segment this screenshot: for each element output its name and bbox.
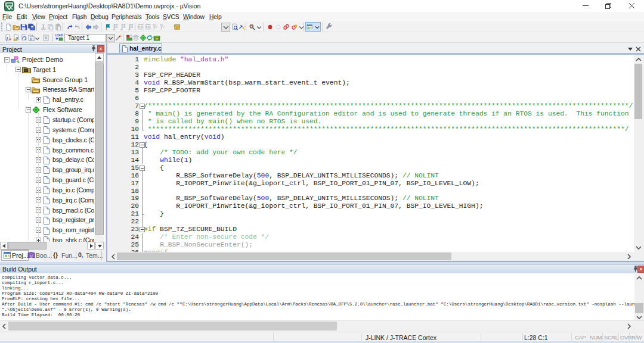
svg-text:LOAD: LOAD	[55, 34, 63, 37]
svg-text:5: 5	[11, 7, 13, 11]
